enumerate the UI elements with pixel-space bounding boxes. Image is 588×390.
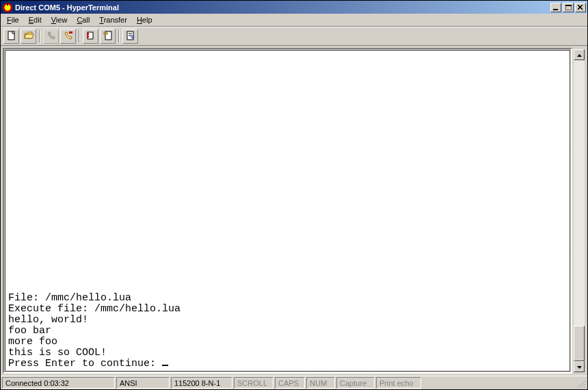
svg-marker-18 — [577, 54, 582, 57]
receive-button[interactable] — [100, 29, 116, 44]
toolbar — [1, 27, 587, 46]
scroll-thumb[interactable] — [574, 326, 585, 361]
menu-file[interactable]: File — [2, 14, 24, 25]
status-num: NUM — [306, 377, 335, 389]
disconnect-button[interactable] — [60, 29, 76, 44]
svg-rect-14 — [104, 33, 107, 34]
terminal-output: File: /mmc/hello.luaExecute file: /mmc/h… — [8, 293, 567, 369]
minimize-button[interactable] — [550, 3, 561, 12]
svg-rect-9 — [69, 31, 72, 34]
phone-disconnect-icon — [63, 30, 74, 42]
new-button[interactable] — [3, 29, 19, 44]
window-controls — [550, 3, 586, 12]
properties-icon — [125, 30, 136, 42]
svg-rect-8 — [8, 31, 14, 40]
svg-marker-19 — [577, 366, 582, 369]
menubar: File Edit View Call Transfer Help — [1, 14, 587, 27]
status-capture: Capture — [336, 377, 375, 389]
status-settings: 115200 8-N-1 — [171, 377, 232, 389]
status-scroll: SCROLL — [234, 377, 273, 389]
app-icon — [2, 2, 13, 13]
svg-line-25 — [585, 387, 585, 388]
scroll-up-button[interactable] — [574, 49, 585, 60]
svg-rect-11 — [87, 33, 89, 35]
status-printecho: Print echo — [376, 377, 421, 389]
client-area: File: /mmc/hello.luaExecute file: /mmc/h… — [3, 48, 585, 374]
menu-help[interactable]: Help — [132, 14, 157, 25]
resize-grip[interactable] — [575, 377, 586, 389]
send-button[interactable] — [83, 29, 98, 44]
svg-rect-12 — [87, 36, 89, 38]
scroll-down-button[interactable] — [574, 361, 585, 372]
vertical-scrollbar — [574, 49, 585, 372]
receive-file-icon — [103, 30, 113, 42]
menu-transfer[interactable]: Transfer — [94, 14, 132, 25]
properties-button[interactable] — [122, 29, 138, 44]
new-file-icon — [6, 30, 17, 42]
chevron-up-icon — [577, 52, 582, 58]
status-connected: Connected 0:03:32 — [2, 377, 115, 389]
app-window: Direct COM5 - HyperTerminal File Edit Vi… — [0, 0, 588, 390]
status-emulation: ANSI — [116, 377, 170, 389]
terminal-cursor — [162, 365, 168, 366]
connect-button[interactable] — [43, 29, 59, 44]
svg-rect-3 — [553, 9, 558, 10]
toolbar-separator — [117, 29, 121, 44]
menu-call[interactable]: Call — [72, 14, 94, 25]
menu-view[interactable]: View — [46, 14, 72, 25]
toolbar-separator — [77, 29, 81, 44]
close-button[interactable] — [575, 3, 586, 12]
chevron-down-icon — [577, 364, 582, 370]
window-title: Direct COM5 - HyperTerminal — [15, 3, 550, 12]
maximize-button[interactable] — [563, 3, 574, 12]
toolbar-separator — [38, 29, 42, 44]
menu-edit[interactable]: Edit — [24, 14, 46, 25]
open-button[interactable] — [21, 29, 36, 44]
terminal-frame: File: /mmc/hello.luaExecute file: /mmc/h… — [3, 48, 572, 374]
svg-rect-2 — [7, 3, 8, 5]
statusbar: Connected 0:03:32 ANSI 115200 8-N-1 SCRO… — [1, 376, 587, 389]
terminal[interactable]: File: /mmc/hello.luaExecute file: /mmc/h… — [5, 50, 570, 372]
send-file-icon — [85, 30, 96, 42]
scroll-track[interactable] — [574, 60, 585, 361]
svg-rect-5 — [565, 5, 572, 6]
open-folder-icon — [23, 30, 34, 42]
status-caps: CAPS — [275, 377, 305, 389]
titlebar: Direct COM5 - HyperTerminal — [1, 1, 587, 14]
phone-connect-icon — [46, 30, 57, 42]
